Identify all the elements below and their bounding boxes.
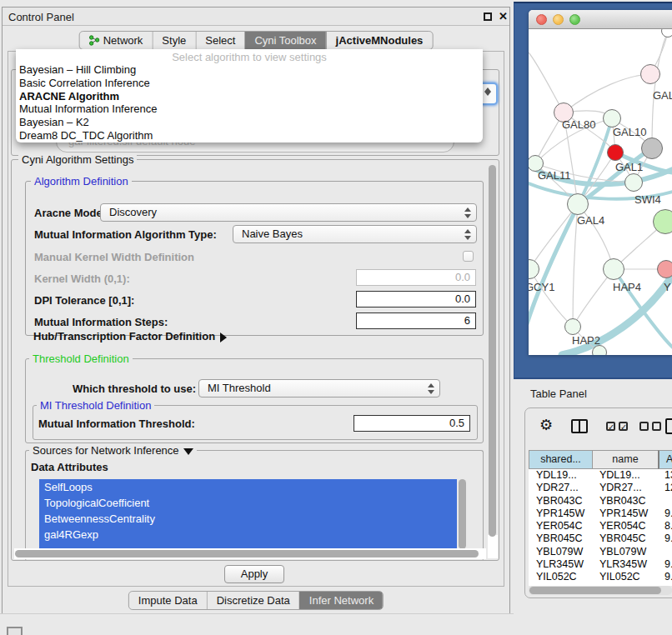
data-attributes-label: Data Attributes [31, 461, 108, 473]
table-row[interactable]: YDR27...YDR27...12 [529, 482, 672, 494]
zoom-traffic-light[interactable] [569, 14, 580, 25]
algorithm-option[interactable]: Bayesian – Hill Climbing [16, 63, 483, 77]
mi-algorithm-type-combo[interactable]: Naive Bayes [233, 225, 477, 243]
close-traffic-light[interactable] [536, 14, 547, 25]
tab-style[interactable]: Style [152, 32, 195, 49]
algorithm-option[interactable]: Basic Correlation Inference [16, 77, 483, 90]
tab-infer-network[interactable]: Infer Network [299, 592, 383, 609]
algorithm-option[interactable]: ARACNE Algorithm [16, 90, 483, 103]
table-cell: YPR145W [529, 508, 592, 520]
apply-button[interactable]: Apply [224, 565, 284, 583]
aracne-mode-combo[interactable]: Discovery [100, 203, 477, 222]
kernel-width-field[interactable]: 0.0 [356, 269, 476, 286]
data-attribute-item[interactable]: gal4RGexp [39, 527, 457, 542]
tab-discretize-data[interactable]: Discretize Data [207, 592, 299, 609]
table-cell: YBR045C [529, 532, 592, 545]
unchecked-box-icon[interactable] [639, 422, 649, 431]
bottom-separator [0, 613, 514, 614]
expand-right-icon [220, 332, 227, 342]
network-node-gal10[interactable] [603, 109, 621, 128]
table-cell: YBL079W [529, 546, 592, 558]
tab-network[interactable]: Network [80, 32, 153, 49]
table-rows[interactable]: YDL19...YDL19...13YDR27...YDR27...12YBR0… [529, 469, 672, 586]
gear-icon[interactable]: ⚙ [539, 416, 553, 434]
network-view-frame: GALGAL80GAL10GAL1GAL11SWI4GAL4GCY1HAP4YH… [514, 2, 672, 379]
table-row[interactable]: YLR345WYLR345W9. [529, 558, 672, 571]
table-cell: 9. [658, 558, 672, 571]
data-attribute-item[interactable]: SelfLoops [39, 479, 457, 495]
table-cell: 8. [658, 520, 672, 532]
checked-box-icon[interactable]: ✓ [606, 422, 615, 431]
manual-kernel-width-checkbox[interactable] [463, 251, 474, 262]
table-cell: YBR043C [592, 495, 658, 508]
settings-hscrollbar[interactable] [14, 548, 486, 559]
table-row[interactable]: YER054CYER054C8. [529, 520, 672, 532]
network-node-swi4[interactable] [624, 173, 643, 192]
node-label: GCY1 [529, 281, 554, 293]
data-attribute-item[interactable]: TopologicalCoefficient [39, 495, 457, 511]
table-mode-icon[interactable] [665, 418, 672, 434]
algorithm-dropdown-overlay: Select algorithm to view settings Bayesi… [16, 49, 483, 142]
network-node[interactable] [592, 345, 607, 355]
table-row[interactable]: YBR045CYBR045C9. [529, 532, 672, 545]
algorithm-option[interactable]: Dream8 DC_TDC Algorithm [16, 129, 483, 142]
network-node-gal1[interactable] [607, 144, 624, 161]
network-icon [89, 35, 100, 46]
table-hscrollbar[interactable] [529, 586, 672, 595]
hub-tf-definition-toggle[interactable]: Hub/Transcription Factor Definition [33, 330, 227, 342]
algorithm-option[interactable]: Bayesian – K2 [16, 116, 483, 129]
table-row[interactable]: YIL052CYIL052C9. [529, 571, 672, 583]
column-header-partial[interactable]: A [658, 450, 672, 469]
algorithm-option[interactable]: Mutual Information Inference [16, 102, 483, 116]
tab-impute-data[interactable]: Impute Data [129, 592, 207, 609]
close-icon[interactable]: ✕ [499, 10, 508, 22]
mi-algorithm-type-label: Mutual Information Algorithm Type: [34, 228, 217, 241]
network-window-titlebar[interactable] [529, 10, 672, 29]
tab-select[interactable]: Select [195, 32, 244, 49]
table-cell: 13 [658, 469, 672, 482]
table-row[interactable]: YDL19...YDL19...13 [529, 469, 672, 482]
network-node-gal[interactable] [640, 64, 660, 84]
algorithm-definition-title: Algorithm Definition [31, 175, 132, 188]
columns-icon[interactable] [571, 419, 588, 433]
float-window-icon[interactable] [484, 12, 492, 21]
network-node-y[interactable] [657, 260, 672, 278]
minimized-panel-chip[interactable] [7, 627, 23, 635]
mi-steps-field[interactable]: 6 [356, 312, 476, 329]
control-panel-titlebar: Control Panel ✕ [3, 8, 509, 26]
network-node-hap4[interactable] [603, 258, 624, 280]
network-window: GALGAL80GAL10GAL1GAL11SWI4GAL4GCY1HAP4YH… [529, 10, 672, 355]
network-node[interactable] [641, 138, 663, 159]
cyni-bottom-tabbar: Impute Data Discretize Data Infer Networ… [128, 591, 384, 610]
data-attributes-list[interactable]: SelfLoopsTopologicalCoefficientBetweenne… [39, 479, 457, 549]
data-attribute-item[interactable]: BetweennessCentrality [39, 511, 457, 527]
settings-vscrollbar[interactable] [488, 163, 498, 558]
column-header-name[interactable]: name [592, 450, 658, 469]
minimize-traffic-light[interactable] [553, 14, 564, 25]
network-node-hap2[interactable] [564, 318, 581, 335]
unchecked-box-icon[interactable] [652, 422, 661, 431]
mi-threshold-field[interactable]: 0.5 [354, 415, 470, 432]
table-cell: 9. [658, 532, 672, 545]
tab-cyni-toolbox[interactable]: Cyni Toolbox [244, 32, 325, 49]
sources-group-title[interactable]: Sources for Network Inference [29, 444, 197, 457]
screenshot-root: Control Panel ✕ Network Style Select [0, 0, 672, 635]
checked-box-icon[interactable]: ✓ [619, 422, 628, 431]
column-header-shared-name[interactable]: shared... [529, 450, 592, 469]
network-node[interactable] [653, 209, 672, 234]
dpi-tolerance-field[interactable]: 0.0 [356, 291, 476, 308]
attributes-scrollbar[interactable] [459, 479, 467, 549]
network-canvas[interactable]: GALGAL80GAL10GAL1GAL11SWI4GAL4GCY1HAP4YH… [529, 29, 672, 355]
table-cell: YIL052C [529, 571, 592, 583]
table-cell: YER054C [529, 520, 592, 532]
table-row[interactable]: YPR145WYPR145W9. [529, 508, 672, 520]
mi-threshold-group-title: MI Threshold Definition [37, 399, 154, 412]
network-node-gal4[interactable] [567, 193, 589, 215]
aracne-mode-label: Aracne Mode: [34, 207, 106, 219]
table-row[interactable]: YBL079WYBL079W [529, 546, 672, 558]
table-cell: YDR27... [592, 482, 658, 494]
which-threshold-combo[interactable]: MI Threshold [198, 379, 440, 398]
tab-jactivemnodules[interactable]: jActiveMNodules [326, 32, 433, 49]
node-label: SWI4 [634, 193, 661, 206]
table-row[interactable]: YBR043CYBR043C [529, 495, 672, 508]
